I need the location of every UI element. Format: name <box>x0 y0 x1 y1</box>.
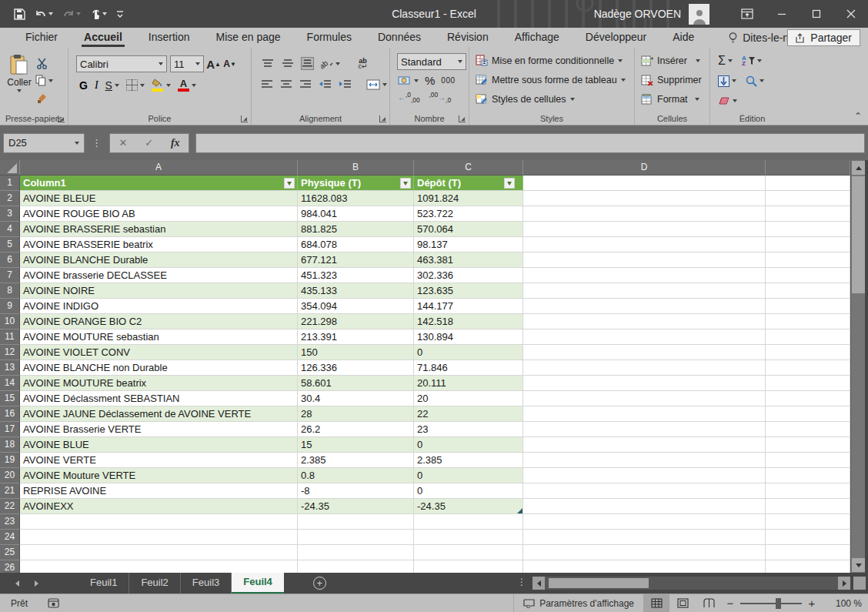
cell-D2[interactable] <box>523 191 766 206</box>
align-middle-icon[interactable] <box>281 57 294 70</box>
increase-indent-icon[interactable] <box>339 78 352 91</box>
table-resize-handle[interactable] <box>517 508 522 513</box>
font-color-caret-icon[interactable] <box>192 84 196 87</box>
cell-A16[interactable]: AVOINE JAUNE Déclassement de AVOINE VERT… <box>20 406 298 422</box>
conditional-formatting-caret-icon[interactable] <box>618 59 623 62</box>
row-header-1[interactable]: 1 <box>0 176 20 191</box>
cell-8[interactable] <box>766 283 850 299</box>
font-color-button[interactable]: A <box>178 79 196 92</box>
zoom-slider-thumb[interactable] <box>776 598 781 609</box>
cell-D10[interactable] <box>523 314 766 329</box>
cell-C17[interactable]: 23 <box>414 422 523 437</box>
row-header-7[interactable]: 7 <box>0 268 20 283</box>
cell-12[interactable] <box>766 345 850 360</box>
merge-center-caret-icon[interactable] <box>382 83 387 86</box>
align-bottom-icon[interactable] <box>301 57 314 70</box>
minimize-button[interactable] <box>764 0 799 28</box>
copy-caret-icon[interactable] <box>48 79 53 82</box>
row-header-23[interactable]: 23 <box>0 514 20 530</box>
cell-B2[interactable]: 11628.083 <box>298 191 414 206</box>
font-name-combo[interactable]: Calibri <box>76 55 167 72</box>
cell-C22[interactable]: -24.35 <box>414 499 523 514</box>
cell-B3[interactable]: 984.041 <box>298 206 414 222</box>
view-page-layout-button[interactable] <box>669 594 696 612</box>
cell-styles-button[interactable]: Styles de cellules <box>476 89 631 109</box>
cell-D8[interactable] <box>523 283 766 299</box>
cell-B26[interactable] <box>298 560 414 573</box>
increase-decimal-icon[interactable]: ←,0,00 <box>398 91 420 104</box>
tab-aide[interactable]: Aide <box>659 28 707 48</box>
currency-button[interactable] <box>398 76 419 85</box>
align-center-icon[interactable] <box>280 78 292 91</box>
cell-C5[interactable]: 98.137 <box>414 237 523 252</box>
add-sheet-icon[interactable]: + <box>313 577 326 590</box>
cell-C12[interactable]: 0 <box>414 345 523 360</box>
cell-D25[interactable] <box>523 545 766 560</box>
formula-input[interactable] <box>195 133 865 153</box>
tab-données[interactable]: Données <box>365 28 434 48</box>
cell-B23[interactable] <box>298 514 414 530</box>
cell-1[interactable] <box>766 176 850 191</box>
row-header-26[interactable]: 26 <box>0 560 20 573</box>
cell-B5[interactable]: 684.078 <box>298 237 414 252</box>
cell-A6[interactable]: AVOINE BLANCHE Durable <box>20 252 298 268</box>
cell-A11[interactable]: AVOINE MOUTURE sebastian <box>20 329 298 345</box>
zoom-in-icon[interactable]: + <box>803 597 820 610</box>
cell-D18[interactable] <box>523 437 766 453</box>
cell-B10[interactable]: 221.298 <box>298 314 414 329</box>
italic-button[interactable]: I <box>95 79 98 92</box>
format-cells-caret-icon[interactable] <box>695 98 699 101</box>
cell-21[interactable] <box>766 483 850 499</box>
scroll-down-icon[interactable] <box>852 558 865 572</box>
cell-A26[interactable] <box>20 560 298 573</box>
bold-button[interactable]: G <box>79 79 88 92</box>
size-grip[interactable] <box>853 577 866 590</box>
find-select-button[interactable] <box>746 75 764 87</box>
cell-D21[interactable] <box>523 483 766 499</box>
cell-D6[interactable] <box>523 252 766 268</box>
cell-19[interactable] <box>766 453 850 468</box>
tab-mise-en-page[interactable]: Mise en page <box>203 28 294 48</box>
cell-D22[interactable] <box>523 499 766 514</box>
cell-3[interactable] <box>766 206 850 222</box>
decrease-indent-icon[interactable] <box>319 78 332 91</box>
increase-font-icon[interactable]: A▲ <box>207 58 220 71</box>
cell-A5[interactable]: AVOINE BRASSERIE beatrix <box>20 237 298 252</box>
display-settings-button[interactable]: Paramètres d'affichage <box>513 594 643 612</box>
cell-2[interactable] <box>766 191 850 206</box>
clear-button[interactable] <box>718 96 737 105</box>
cell-B20[interactable]: 0.8 <box>298 468 414 483</box>
cell-C10[interactable]: 142.518 <box>414 314 523 329</box>
decrease-decimal-icon[interactable]: ,00→,0 <box>429 91 452 104</box>
cell-A24[interactable] <box>20 530 298 545</box>
cell-B22[interactable]: -24.35 <box>298 499 414 514</box>
row-header-12[interactable]: 12 <box>0 345 20 360</box>
cell-14[interactable] <box>766 376 850 391</box>
insert-cells-caret-icon[interactable] <box>696 59 700 62</box>
comma-style-button[interactable]: 000 <box>441 76 455 85</box>
cell-D9[interactable] <box>523 299 766 314</box>
cell-D23[interactable] <box>523 514 766 530</box>
cell-D24[interactable] <box>523 530 766 545</box>
cell-C25[interactable] <box>414 545 523 560</box>
cell-C24[interactable] <box>414 530 523 545</box>
sort-filter-button[interactable]: AZ <box>742 55 762 66</box>
number-dialog-launcher-icon[interactable] <box>459 115 466 122</box>
alignment-dialog-launcher-icon[interactable] <box>379 115 386 122</box>
cell-11[interactable] <box>766 329 850 345</box>
cell-C1[interactable]: Dépôt (T) <box>414 176 523 191</box>
cell-D26[interactable] <box>523 560 766 573</box>
row-header-2[interactable]: 2 <box>0 191 20 206</box>
cell-C13[interactable]: 71.846 <box>414 360 523 376</box>
cell-C21[interactable]: 0 <box>414 483 523 499</box>
cell-D14[interactable] <box>523 376 766 391</box>
insert-cells-button[interactable]: Insérer <box>641 51 706 70</box>
fill-color-button[interactable] <box>152 79 171 92</box>
paste-button[interactable]: Coller <box>3 51 35 111</box>
cell-A4[interactable]: AVOINE BRASSERIE sebastian <box>20 222 298 237</box>
select-all-corner[interactable] <box>0 160 20 176</box>
sort-filter-caret-icon[interactable] <box>757 59 762 62</box>
row-header-9[interactable]: 9 <box>0 299 20 314</box>
column-header-B[interactable]: B <box>298 160 414 176</box>
column-header-C[interactable]: C <box>414 160 523 176</box>
